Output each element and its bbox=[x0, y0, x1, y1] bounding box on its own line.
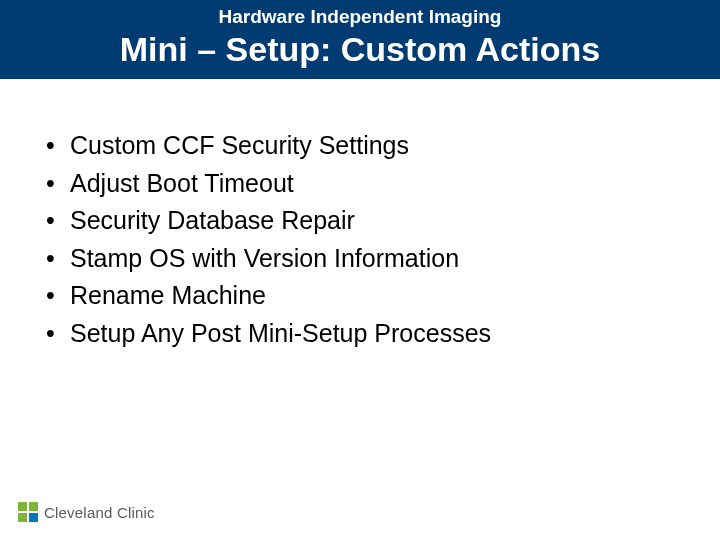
bullet-text: Security Database Repair bbox=[70, 202, 355, 240]
list-item: • Security Database Repair bbox=[40, 202, 680, 240]
bullet-icon: • bbox=[40, 127, 70, 165]
svg-rect-1 bbox=[29, 502, 38, 511]
svg-rect-0 bbox=[18, 502, 27, 511]
footer-org-name: Cleveland Clinic bbox=[44, 504, 155, 521]
bullet-icon: • bbox=[40, 277, 70, 315]
bullet-text: Adjust Boot Timeout bbox=[70, 165, 294, 203]
bullet-text: Custom CCF Security Settings bbox=[70, 127, 409, 165]
header-subtitle: Hardware Independent Imaging bbox=[10, 6, 710, 28]
svg-rect-2 bbox=[18, 513, 27, 522]
list-item: • Adjust Boot Timeout bbox=[40, 165, 680, 203]
svg-rect-3 bbox=[29, 513, 38, 522]
list-item: • Custom CCF Security Settings bbox=[40, 127, 680, 165]
bullet-icon: • bbox=[40, 165, 70, 203]
bullet-text: Setup Any Post Mini-Setup Processes bbox=[70, 315, 491, 353]
bullet-text: Stamp OS with Version Information bbox=[70, 240, 459, 278]
list-item: • Stamp OS with Version Information bbox=[40, 240, 680, 278]
header-title: Mini – Setup: Custom Actions bbox=[10, 30, 710, 69]
bullet-icon: • bbox=[40, 240, 70, 278]
list-item: • Rename Machine bbox=[40, 277, 680, 315]
bullet-icon: • bbox=[40, 202, 70, 240]
bullet-text: Rename Machine bbox=[70, 277, 266, 315]
list-item: • Setup Any Post Mini-Setup Processes bbox=[40, 315, 680, 353]
cleveland-clinic-logo-icon bbox=[18, 502, 38, 522]
slide-content: • Custom CCF Security Settings • Adjust … bbox=[0, 79, 720, 352]
footer: Cleveland Clinic bbox=[18, 502, 155, 522]
bullet-list: • Custom CCF Security Settings • Adjust … bbox=[40, 127, 680, 352]
slide-header: Hardware Independent Imaging Mini – Setu… bbox=[0, 0, 720, 79]
bullet-icon: • bbox=[40, 315, 70, 353]
